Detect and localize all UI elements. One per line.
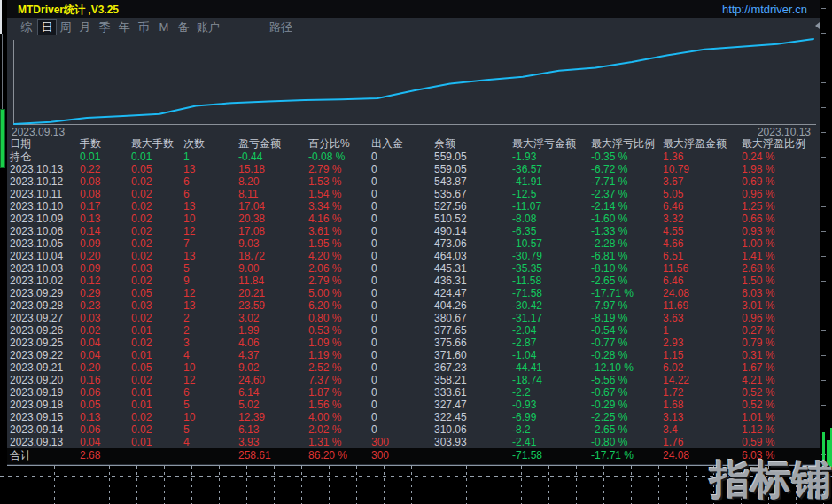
mtdriver-url-link[interactable]: http://mtdriver.cn bbox=[722, 3, 807, 16]
cell: 0.09 bbox=[80, 237, 100, 250]
grid-vline bbox=[521, 466, 522, 504]
cell: 0.02 bbox=[131, 337, 152, 349]
cell: 0.31 % bbox=[742, 349, 774, 361]
cell: 0.66 % bbox=[742, 213, 774, 225]
price-scale-tick bbox=[821, 8, 826, 9]
cell: 0 bbox=[371, 163, 377, 175]
cell: 404.26 bbox=[434, 299, 467, 312]
cell: -71.58 bbox=[512, 448, 542, 463]
cell: 7.37 % bbox=[308, 374, 341, 386]
cell: -71.58 bbox=[512, 287, 542, 299]
chart-y-axis bbox=[13, 40, 14, 125]
row-label: 持仓 bbox=[10, 151, 31, 163]
cell: 327.47 bbox=[434, 399, 467, 411]
table-row-2023.09.19: 2023.09.190.060.0166.141.87 %0333.61-2.2… bbox=[7, 386, 820, 399]
panel-title: MTDriver统计 ,V3.25 bbox=[18, 3, 119, 18]
cell: 0.06 bbox=[80, 423, 100, 436]
cell: 5 bbox=[183, 262, 190, 275]
menu-item-8[interactable]: M bbox=[155, 19, 173, 35]
menu-item-7[interactable]: 币 bbox=[135, 19, 152, 35]
cell: 0 bbox=[371, 324, 377, 337]
grid-vline bbox=[109, 466, 110, 504]
cell: 0 bbox=[371, 399, 377, 411]
grid-vline bbox=[219, 466, 220, 504]
cell: 0 bbox=[371, 423, 377, 436]
cell: 13 bbox=[183, 163, 195, 175]
total-row: 合计2.68258.6186.20 %300-71.58-17.71 %24.0… bbox=[7, 448, 820, 464]
cell: 6 bbox=[183, 175, 190, 188]
cell: 0.13 bbox=[80, 213, 100, 225]
cell: 1.98 % bbox=[742, 163, 774, 175]
panel-resize-handle[interactable] bbox=[815, 22, 820, 29]
grid-vline bbox=[686, 466, 687, 504]
grid-vline bbox=[27, 466, 27, 504]
cell: 10 bbox=[183, 411, 195, 423]
row-label: 2023.09.14 bbox=[10, 423, 63, 436]
cell: -12.5 bbox=[512, 188, 536, 200]
cell: -17.71 % bbox=[591, 287, 634, 299]
cell: 1.09 % bbox=[308, 337, 341, 349]
cell: 0.02 bbox=[131, 175, 152, 188]
cell: -0.35 % bbox=[591, 151, 627, 163]
cell: -11.07 bbox=[512, 200, 541, 213]
grid-vline bbox=[658, 466, 659, 504]
cell: 0.79 % bbox=[742, 337, 774, 349]
cell: 0 bbox=[371, 312, 377, 324]
price-scale-tick bbox=[821, 182, 826, 182]
cell: -2.65 % bbox=[591, 423, 627, 436]
cell: -0.28 % bbox=[591, 349, 627, 361]
mtdriver-stats-panel: MTDriver统计 ,V3.25 http://mtdriver.cn 路径 … bbox=[7, 0, 820, 466]
cell: -2.65 % bbox=[591, 275, 627, 287]
cell: 0.05 bbox=[131, 361, 152, 374]
cell: 0 bbox=[371, 225, 377, 237]
cell: 1.72 bbox=[663, 386, 683, 399]
cell: 559.05 bbox=[434, 163, 467, 175]
cell: 9.03 bbox=[238, 237, 259, 250]
menu-item-9[interactable]: 备 bbox=[175, 19, 192, 35]
cell: -2.37 % bbox=[591, 188, 627, 200]
cell: 0.09 bbox=[80, 262, 100, 275]
menu-item-1[interactable]: 综 bbox=[18, 19, 35, 35]
menu-item-2[interactable]: 日 bbox=[37, 19, 57, 35]
cell: 358.21 bbox=[434, 374, 467, 386]
cell: -0.77 % bbox=[591, 337, 627, 349]
grid-vline bbox=[411, 466, 412, 504]
menu-item-6[interactable]: 年 bbox=[115, 19, 133, 35]
menu-item-5[interactable]: 季 bbox=[96, 19, 113, 35]
grid-vline bbox=[631, 466, 632, 504]
cell: 13 bbox=[183, 250, 195, 262]
cell: 303.93 bbox=[434, 436, 467, 448]
cell: -6.72 % bbox=[591, 163, 627, 175]
cell: 6.51 bbox=[663, 250, 683, 262]
cell: 手数 bbox=[80, 137, 101, 151]
cell: 4.66 bbox=[663, 237, 683, 250]
row-label: 2023.10.13 bbox=[10, 163, 63, 175]
cell: 5.05 bbox=[663, 188, 683, 200]
price-scale-tick bbox=[821, 33, 826, 34]
cell: 535.67 bbox=[434, 188, 467, 200]
menu-item-10[interactable]: 账户 bbox=[194, 19, 222, 35]
row-label: 2023.09.22 bbox=[10, 349, 63, 361]
menu-item-3[interactable]: 周 bbox=[57, 19, 74, 35]
grid-vline bbox=[494, 466, 494, 504]
row-label: 2023.10.03 bbox=[10, 262, 63, 275]
cell: 4 bbox=[183, 436, 190, 448]
cell: 2.52 % bbox=[308, 361, 341, 374]
cell: -2.04 bbox=[512, 324, 536, 337]
cell: -8.08 bbox=[512, 213, 536, 225]
cell: 1.54 % bbox=[308, 188, 341, 200]
menu-item-path[interactable]: 路径 bbox=[269, 19, 292, 35]
cell: 0 bbox=[371, 262, 377, 275]
cell: 0 bbox=[371, 361, 377, 374]
cell: 0.01 bbox=[131, 324, 152, 337]
left-edge-wick bbox=[2, 34, 3, 110]
cell: 0.23 bbox=[80, 299, 100, 312]
cell: 6 bbox=[183, 386, 190, 399]
cell: 12 bbox=[183, 225, 195, 237]
cell: 4.21 % bbox=[742, 374, 774, 386]
cell: 11.84 bbox=[238, 275, 264, 287]
cell: 2.79 % bbox=[308, 163, 341, 175]
cell: 0.03 bbox=[131, 262, 152, 275]
cell: 6.02 bbox=[663, 361, 683, 374]
menu-item-4[interactable]: 月 bbox=[76, 19, 94, 35]
